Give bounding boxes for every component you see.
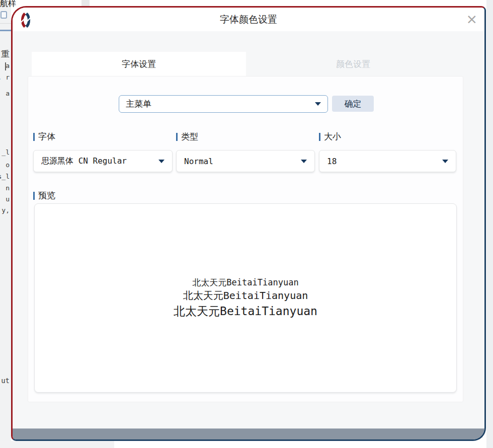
bg-text-fragment: . r — [0, 73, 10, 81]
bg-text-fragment: 重 — [1, 48, 10, 60]
font-color-settings-dialog: 字体颜色设置 × 字体设置 颜色设置 主菜单 确定 字体 类型 大小 — [11, 6, 486, 441]
font-family-value: 思源黑体 CN Regular — [41, 156, 127, 167]
dialog-titlebar: 字体颜色设置 × — [13, 8, 484, 31]
bg-text-fragment: a — [6, 62, 10, 69]
bg-text-fragment: y, — [2, 206, 10, 214]
label-accent-bar — [33, 192, 35, 200]
font-size-select[interactable]: 18 — [319, 150, 456, 172]
font-family-select[interactable]: 思源黑体 CN Regular — [33, 150, 173, 172]
font-style-select[interactable]: Normal — [176, 150, 315, 172]
screen: 航样 重a. ra_los_lnuy,ut 字体颜色设置 × 字体设置 颜色设置 — [0, 0, 493, 448]
preview-label-text: 预览 — [38, 190, 55, 201]
bg-text-fragment: u — [6, 195, 10, 203]
background-fragments: 重a. ra_los_lnuy,ut — [0, 0, 11, 448]
preview-sample-large: 北太天元BeitaiTianyuan — [174, 303, 317, 320]
label-accent-bar — [319, 133, 320, 141]
font-preview-area: 北太天元BeitaiTianyuan 北太天元BeitaiTianyuan 北太… — [34, 203, 457, 393]
style-field-label: 类型 — [176, 131, 198, 142]
font-style-value: Normal — [184, 157, 213, 166]
tab-color-settings[interactable]: 颜色设置 — [246, 52, 460, 76]
background-app-right-strip — [486, 0, 493, 448]
size-label-text: 大小 — [324, 131, 341, 142]
bg-text-fragment: o — [6, 161, 10, 169]
preview-section-label: 预览 — [33, 190, 55, 201]
settings-tabbar: 字体设置 颜色设置 — [32, 52, 460, 76]
ok-button[interactable]: 确定 — [332, 96, 374, 112]
scope-select-value: 主菜单 — [126, 98, 151, 110]
bg-text-fragment: ut — [1, 377, 10, 385]
font-size-value: 18 — [327, 157, 337, 166]
chevron-down-icon — [315, 102, 321, 106]
label-accent-bar — [176, 133, 178, 141]
dialog-title: 字体颜色设置 — [13, 8, 484, 31]
style-label-text: 类型 — [181, 131, 198, 142]
chevron-down-icon — [442, 160, 448, 163]
background-app-bottom-strip — [0, 441, 114, 448]
bg-text-fragment: _l — [2, 148, 10, 156]
font-label-text: 字体 — [38, 131, 55, 142]
chevron-down-icon — [301, 160, 307, 163]
dialog-bottom-bar — [13, 428, 484, 439]
font-field-label: 字体 — [33, 131, 55, 142]
bg-text-fragment: n — [6, 184, 10, 192]
chevron-down-icon — [158, 160, 165, 163]
size-field-label: 大小 — [319, 131, 341, 142]
bg-text-fragment: s_l — [0, 173, 10, 180]
tab-font-settings[interactable]: 字体设置 — [32, 52, 246, 76]
preview-sample-medium: 北太天元BeitaiTianyuan — [183, 288, 308, 303]
preview-sample-small: 北太天元BeitaiTianyuan — [192, 276, 298, 289]
scope-select[interactable]: 主菜单 — [119, 95, 328, 113]
bg-text-fragment: a — [6, 90, 10, 97]
label-accent-bar — [33, 133, 35, 141]
font-settings-panel: 主菜单 确定 字体 类型 大小 思源黑体 CN Regular Norma — [28, 76, 463, 402]
close-icon[interactable]: × — [466, 11, 477, 28]
